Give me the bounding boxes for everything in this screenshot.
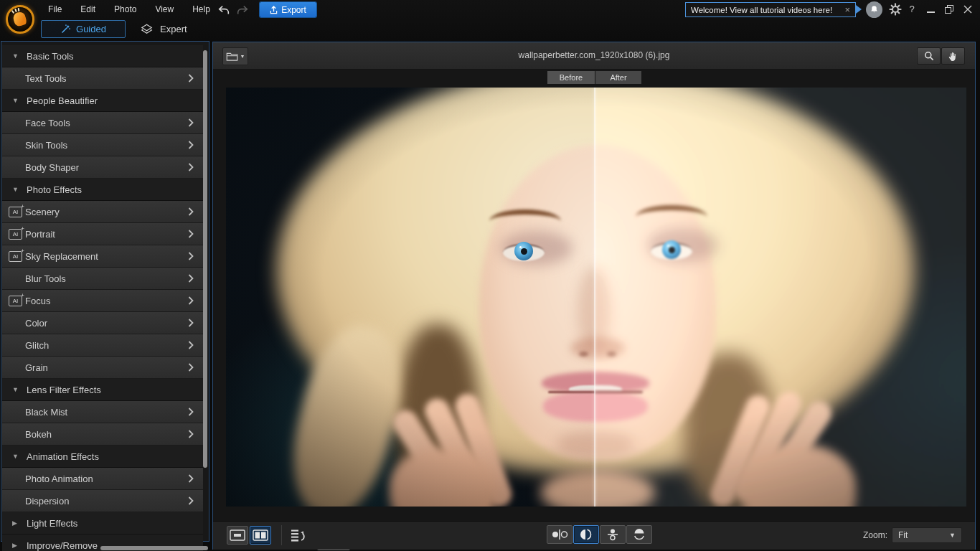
triangle-right-icon: ▶: [12, 519, 19, 527]
sidebar-item-dispersion[interactable]: Dispersion: [2, 490, 203, 512]
magic-wand-icon: [60, 24, 71, 34]
sidebar-item-skin-tools[interactable]: Skin Tools: [2, 134, 203, 156]
compare-side-by-side-button[interactable]: [547, 525, 573, 544]
notifications-button[interactable]: [866, 1, 882, 18]
compare-split-line[interactable]: [594, 88, 595, 507]
photo-canvas[interactable]: [226, 88, 966, 507]
chevron-right-icon: [188, 230, 194, 238]
help-button[interactable]: ?: [908, 4, 916, 14]
sidebar-item-animation-effects[interactable]: ▼Animation Effects: [2, 446, 203, 468]
menu-help[interactable]: Help: [183, 0, 220, 19]
sidebar-item-label: Color: [25, 318, 47, 329]
header-bar: FileEditPhotoViewHelp Export Guided Expe…: [0, 0, 980, 41]
chevron-right-icon: [188, 207, 194, 216]
sidebar-item-label: Scenery: [25, 207, 60, 217]
tab-guided-label: Guided: [76, 24, 106, 34]
zoom-level-dropdown[interactable]: Fit ▼: [892, 527, 962, 543]
sidebar-item-photo-animation[interactable]: Photo Animation: [2, 468, 203, 490]
ai-badge-icon: AI: [9, 296, 22, 306]
chevron-right-icon: [188, 496, 194, 505]
sidebar-item-bokeh[interactable]: Bokeh: [2, 423, 203, 446]
menu-edit[interactable]: Edit: [71, 0, 105, 19]
tab-expert[interactable]: Expert: [135, 20, 192, 38]
chevron-right-icon: [188, 296, 194, 305]
sidebar-item-lens-filter-effects[interactable]: ▼Lens Filter Effects: [2, 379, 203, 401]
chevron-right-icon: [188, 118, 194, 127]
sidebar-item-blur-tools[interactable]: Blur Tools: [2, 268, 203, 290]
sidebar-item-light-effects[interactable]: ▶Light Effects: [2, 512, 203, 534]
sidebar-item-label: Improve/Remove: [27, 540, 98, 551]
sidebar-item-scenery[interactable]: AIScenery: [2, 201, 203, 223]
chevron-right-icon: [188, 363, 194, 372]
redo-button[interactable]: [235, 3, 250, 17]
sidebar-item-basic-tools[interactable]: ▼Basic Tools: [2, 45, 203, 67]
redo-icon: [236, 4, 249, 16]
sidebar-hscrollbar-thumb[interactable]: [100, 546, 208, 550]
undo-button[interactable]: [216, 3, 232, 17]
sidebar-item-focus[interactable]: AIFocus: [2, 290, 203, 312]
tooltip-close-icon[interactable]: ×: [844, 5, 850, 14]
zoom-level-value: Fit: [898, 530, 908, 540]
sidebar-item-people-beautifier[interactable]: ▼People Beautifier: [2, 90, 203, 112]
chevron-right-icon: [188, 474, 194, 483]
sidebar-item-face-tools[interactable]: Face Tools: [2, 112, 203, 134]
sidebar-item-grain[interactable]: Grain: [2, 357, 203, 379]
single-view-icon: [230, 529, 245, 541]
menu-bar: FileEditPhotoViewHelp: [39, 0, 220, 19]
sidebar-item-photo-effects[interactable]: ▼Photo Effects: [2, 179, 203, 201]
triangle-down-icon: ▼: [12, 386, 19, 393]
sidebar-item-label: Lens Filter Effects: [27, 385, 101, 395]
menu-photo[interactable]: Photo: [105, 0, 146, 19]
tab-before[interactable]: Before: [547, 71, 595, 84]
sidebar-item-glitch[interactable]: Glitch: [2, 334, 203, 357]
compare-split-left-right-button[interactable]: [573, 525, 599, 544]
close-icon: [963, 5, 972, 14]
sidebar-item-sky-replacement[interactable]: AISky Replacement: [2, 245, 203, 268]
sidebar-item-color[interactable]: Color: [2, 312, 203, 334]
restore-button[interactable]: [941, 2, 957, 17]
export-icon: [270, 6, 278, 14]
ai-badge-icon: AI: [9, 207, 22, 217]
ai-badge-icon: AI: [9, 251, 22, 262]
sidebar-item-label: Face Tools: [25, 118, 70, 128]
chevron-right-icon: [188, 163, 194, 171]
chevron-right-icon: [188, 252, 194, 260]
sidebar-item-label: Photo Effects: [27, 184, 82, 195]
settings-button[interactable]: [889, 3, 902, 16]
sidebar-item-label: People Beautifier: [27, 95, 98, 106]
split-view-button[interactable]: [250, 526, 271, 545]
sidebar-item-body-shaper[interactable]: Body Shaper: [2, 156, 203, 179]
sidebar-item-label: Basic Tools: [27, 51, 74, 62]
split-top-bottom-icon: [630, 528, 649, 541]
sidebar-item-label: Sky Replacement: [25, 251, 98, 262]
sidebar-item-label: Bokeh: [25, 429, 52, 440]
sidebar-vscrollbar-thumb[interactable]: [203, 50, 207, 468]
compare-split-top-bottom-button[interactable]: [626, 525, 652, 544]
triangle-down-icon: ▼: [12, 97, 19, 104]
single-view-button[interactable]: [227, 526, 248, 545]
export-label: Export: [281, 5, 306, 15]
split-view-icon: [253, 529, 268, 541]
tab-guided[interactable]: Guided: [41, 20, 126, 38]
tooltip-arrow: [856, 5, 862, 14]
chevron-right-icon: [188, 319, 194, 327]
tab-after[interactable]: After: [595, 71, 641, 84]
menu-view[interactable]: View: [146, 0, 183, 19]
sidebar-item-black-mist[interactable]: Black Mist: [2, 401, 203, 423]
triangle-right-icon: ▶: [12, 542, 19, 549]
sidebar-item-portrait[interactable]: AIPortrait: [2, 223, 203, 245]
minimize-button[interactable]: [923, 2, 938, 17]
adjustment-history-button[interactable]: [288, 526, 309, 545]
pan-tool-button[interactable]: [941, 47, 965, 65]
chevron-right-icon: [188, 274, 194, 283]
close-button[interactable]: [960, 2, 976, 17]
zoom-tool-button[interactable]: [917, 47, 941, 65]
export-button[interactable]: Export: [260, 2, 316, 17]
menu-file[interactable]: File: [39, 0, 71, 19]
tools-list: ▼Basic ToolsText Tools▼People Beautifier…: [2, 45, 203, 551]
sidebar-item-label: Text Tools: [25, 73, 67, 84]
side-by-side-icon: [550, 528, 569, 541]
sidebar-item-label: Animation Effects: [27, 451, 99, 462]
sidebar-item-text-tools[interactable]: Text Tools: [2, 67, 203, 90]
compare-top-bottom-button[interactable]: [600, 525, 626, 544]
